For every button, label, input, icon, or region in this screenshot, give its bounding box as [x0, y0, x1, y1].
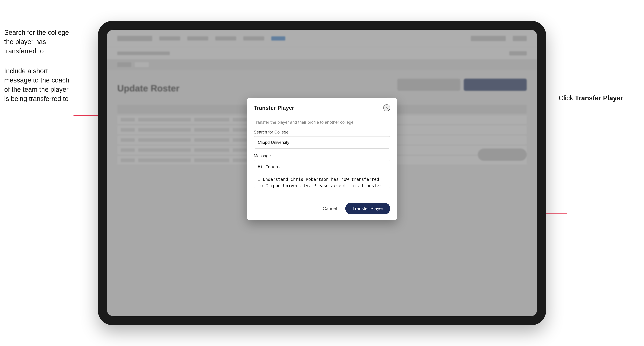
message-textarea[interactable]: Hi Coach, I understand Chris Robertson h…: [254, 160, 390, 188]
annotation-transfer-bold: Transfer Player: [575, 94, 623, 102]
annotation-left: Search for the college the player has tr…: [4, 28, 71, 114]
search-college-group: Search for College: [254, 130, 390, 149]
transfer-player-button[interactable]: Transfer Player: [345, 203, 390, 214]
modal-subtitle: Transfer the player and their profile to…: [254, 120, 390, 125]
modal-body: Transfer the player and their profile to…: [247, 115, 397, 199]
message-group: Message Hi Coach, I understand Chris Rob…: [254, 154, 390, 189]
modal-footer: Cancel Transfer Player: [247, 199, 397, 220]
search-college-input[interactable]: [254, 136, 390, 149]
annotation-search-text: Search for the college the player has tr…: [4, 29, 69, 55]
tablet-screen: Update Roster: [107, 30, 537, 316]
modal-overlay: Transfer Player × Transfer the player an…: [107, 30, 537, 316]
search-college-label: Search for College: [254, 130, 390, 135]
tablet-frame: Update Roster: [98, 21, 546, 325]
annotation-click-text: Click: [559, 94, 575, 102]
modal-header: Transfer Player ×: [247, 98, 397, 115]
annotation-message-text: Include a short message to the coach of …: [4, 67, 69, 103]
message-label: Message: [254, 154, 390, 158]
close-icon: ×: [385, 105, 388, 111]
modal-title: Transfer Player: [254, 105, 294, 111]
modal-close-button[interactable]: ×: [383, 104, 390, 111]
cancel-button[interactable]: Cancel: [318, 203, 341, 214]
annotation-right: Click Transfer Player: [559, 94, 623, 102]
transfer-player-dialog: Transfer Player × Transfer the player an…: [247, 98, 397, 220]
